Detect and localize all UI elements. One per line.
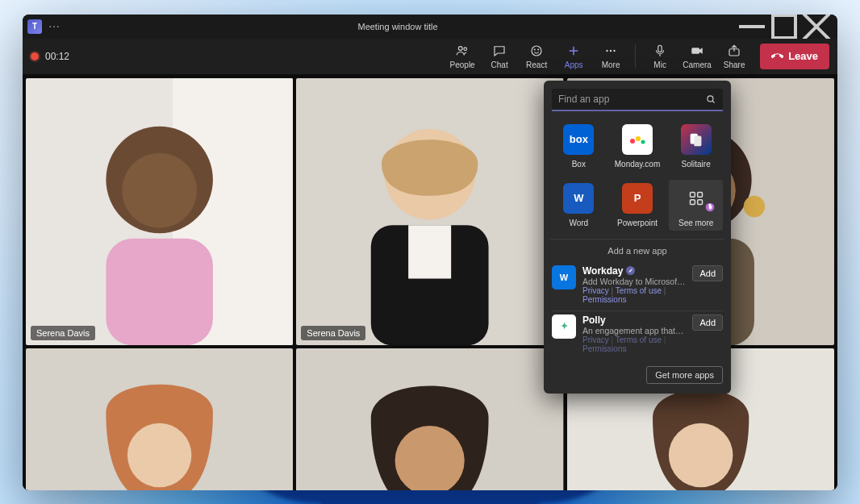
svg-rect-51	[690, 199, 695, 204]
svg-point-44	[630, 139, 635, 144]
store-app-workday[interactable]: W Workday ✓ Add Workday to Microsoft Tea…	[552, 262, 723, 311]
svg-rect-52	[697, 199, 702, 204]
titlebar: T ⋯ Meeting window title	[23, 15, 837, 39]
more-button[interactable]: More	[593, 39, 628, 74]
svg-point-45	[636, 136, 641, 141]
svg-rect-21	[106, 238, 213, 345]
window-title: Meeting window title	[60, 22, 736, 31]
close-button[interactable]	[800, 15, 833, 39]
svg-point-39	[669, 423, 733, 488]
minimize-button[interactable]	[736, 15, 768, 39]
leave-button[interactable]: Leave	[760, 44, 829, 69]
titlebar-more-icon[interactable]: ⋯	[48, 20, 60, 33]
app-search-input[interactable]	[558, 94, 705, 105]
svg-rect-14	[658, 45, 662, 52]
video-tile[interactable]: Serena Davis	[26, 348, 293, 490]
camera-button[interactable]: Camera	[679, 39, 715, 74]
participant-name: Serena Davis	[301, 326, 365, 340]
svg-rect-48	[694, 135, 701, 146]
svg-point-7	[534, 49, 535, 50]
get-more-apps-button[interactable]: Get more apps	[646, 366, 723, 384]
app-tile-see-more[interactable]: See more	[669, 180, 723, 231]
apps-button[interactable]: Apps	[556, 39, 591, 74]
svg-rect-50	[697, 192, 702, 197]
svg-point-32	[127, 423, 192, 488]
svg-point-12	[610, 49, 612, 51]
svg-point-46	[641, 140, 645, 144]
store-app-links[interactable]: Privacy | Terms of use | Permissions	[582, 335, 686, 353]
svg-rect-49	[690, 192, 695, 197]
divider	[550, 239, 724, 240]
people-button[interactable]: People	[445, 39, 480, 74]
svg-rect-25	[408, 225, 451, 278]
add-workday-button[interactable]: Add	[692, 265, 723, 281]
share-button[interactable]: Share	[716, 39, 752, 74]
powerpoint-icon: P	[622, 183, 653, 214]
polly-icon: ✦	[552, 314, 576, 339]
mic-button[interactable]: Mic	[642, 39, 678, 74]
monday-icon	[622, 124, 653, 155]
record-dot-icon	[31, 52, 39, 60]
store-app-links[interactable]: Privacy | Terms of use | Permissions	[582, 286, 686, 304]
svg-point-20	[122, 152, 197, 227]
teams-app-icon: T	[27, 19, 42, 34]
svg-rect-15	[691, 48, 699, 54]
meeting-timer: 00:12	[45, 51, 69, 62]
video-tile[interactable]: Serena Davis	[296, 348, 563, 490]
meeting-toolbar: 00:12 People Chat React Apps More	[23, 39, 837, 75]
add-polly-button[interactable]: Add	[692, 314, 723, 331]
svg-point-30	[743, 195, 765, 217]
svg-point-5	[464, 47, 467, 50]
chat-button[interactable]: Chat	[482, 39, 517, 74]
recording-indicator: 00:12	[31, 51, 69, 62]
word-icon: W	[563, 183, 594, 214]
search-icon	[705, 94, 716, 105]
app-tile-powerpoint[interactable]: P Powerpoint	[611, 180, 665, 231]
svg-rect-1	[773, 15, 795, 38]
video-tile[interactable]: Serena Davis	[296, 78, 563, 345]
app-tile-monday[interactable]: Monday.com	[611, 121, 665, 172]
svg-point-42	[708, 95, 713, 101]
solitaire-icon	[681, 124, 712, 155]
add-app-heading: Add a new app	[552, 246, 723, 256]
app-tile-word[interactable]: W Word	[552, 180, 606, 231]
svg-point-4	[458, 46, 462, 50]
app-search[interactable]	[552, 89, 723, 111]
app-tile-solitaire[interactable]: Solitaire	[669, 121, 723, 172]
svg-point-13	[613, 49, 615, 51]
apps-popover: box Box Monday.com Solitaire W Word P	[544, 81, 731, 394]
svg-point-11	[606, 49, 607, 51]
meeting-window: T ⋯ Meeting window title 00:12 People Ch…	[23, 15, 837, 490]
svg-point-8	[538, 49, 539, 50]
store-app-polly[interactable]: ✦ Polly An engagement app that captures …	[552, 311, 723, 360]
video-tile[interactable]: Serena Davis	[26, 78, 293, 345]
maximize-button[interactable]	[768, 15, 800, 39]
svg-line-43	[712, 101, 715, 103]
app-tile-box[interactable]: box Box	[552, 121, 606, 172]
react-button[interactable]: React	[519, 39, 554, 74]
cursor-icon	[703, 201, 716, 214]
toolbar-separator	[635, 44, 636, 69]
participant-name: Serena Davis	[31, 326, 95, 340]
svg-point-6	[532, 46, 541, 56]
box-icon: box	[563, 124, 594, 155]
verified-badge-icon: ✓	[626, 266, 635, 275]
workday-icon: W	[552, 265, 576, 289]
